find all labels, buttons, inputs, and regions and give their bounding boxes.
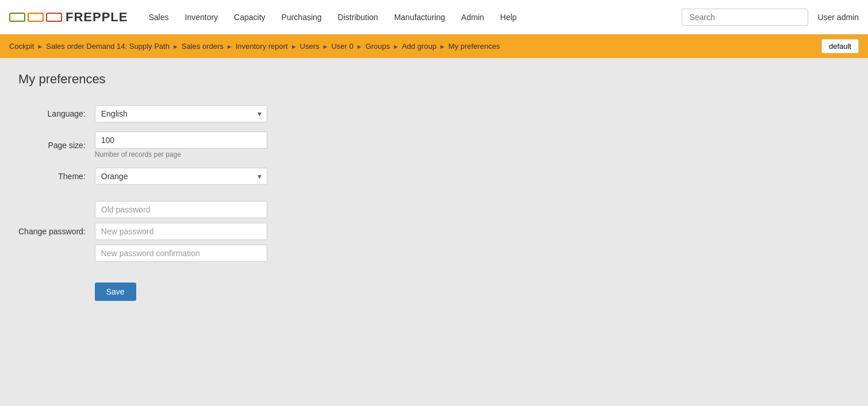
sep-8: ► — [439, 43, 445, 50]
breadcrumb: Cockpit ► Sales order Demand 14: Supply … — [9, 42, 500, 51]
nav-inventory[interactable]: Inventory — [178, 8, 225, 26]
save-control: Save — [95, 266, 267, 301]
password-group — [95, 201, 267, 262]
nav-help[interactable]: Help — [493, 8, 524, 26]
crumb-user0[interactable]: User 0 — [331, 42, 353, 51]
nav-capacity[interactable]: Capacity — [227, 8, 272, 26]
language-control: English French German Spanish — [95, 100, 267, 127]
theme-control: Orange Blue Green — [95, 163, 267, 190]
language-select-wrapper: English French German Spanish — [95, 105, 267, 122]
logo-text: FREPPLE — [66, 10, 128, 25]
crumb-cockpit[interactable]: Cockpit — [9, 42, 34, 51]
main-content: My preferences Language: English French … — [0, 58, 868, 395]
confirm-password-input[interactable] — [95, 245, 267, 262]
sep-4: ► — [291, 43, 297, 50]
search-input[interactable] — [682, 9, 808, 26]
sep-7: ► — [393, 43, 399, 50]
sep-2: ► — [172, 43, 179, 50]
password-control — [95, 196, 267, 266]
logo[interactable]: FREPPLE — [9, 10, 128, 25]
sep-3: ► — [226, 43, 233, 50]
pagesize-input[interactable] — [95, 132, 267, 149]
spacer-row — [18, 190, 267, 196]
language-row: Language: English French German Spanish — [18, 100, 267, 127]
crumb-demand[interactable]: Sales order Demand 14: Supply Path — [46, 42, 170, 51]
logo-icons — [9, 13, 62, 22]
logo-icon-orange — [28, 13, 44, 22]
password-row: Change password: — [18, 196, 267, 266]
nav-sales[interactable]: Sales — [141, 8, 175, 26]
language-label: Language: — [18, 100, 95, 127]
new-password-input[interactable] — [95, 223, 267, 240]
pagesize-row: Page size: Number of records per page — [18, 127, 267, 163]
crumb-my-preferences: My preferences — [448, 42, 500, 51]
pagesize-control: Number of records per page — [95, 127, 267, 163]
theme-label: Theme: — [18, 163, 95, 190]
save-row: Save — [18, 266, 267, 301]
breadcrumb-bar: Cockpit ► Sales order Demand 14: Supply … — [0, 34, 868, 58]
sep-5: ► — [322, 43, 329, 50]
logo-icon-green — [9, 13, 25, 22]
nav-admin[interactable]: Admin — [454, 8, 491, 26]
crumb-users[interactable]: Users — [300, 42, 320, 51]
pagesize-label: Page size: — [18, 127, 95, 163]
sep-1: ► — [37, 43, 43, 50]
nav-links: Sales Inventory Capacity Purchasing Dist… — [141, 8, 682, 26]
theme-select[interactable]: Orange Blue Green — [95, 168, 267, 185]
nav-purchasing[interactable]: Purchasing — [275, 8, 329, 26]
save-label-empty — [18, 266, 95, 301]
page-title: My preferences — [18, 72, 850, 87]
save-button[interactable]: Save — [95, 283, 136, 301]
crumb-add-group[interactable]: Add group — [402, 42, 436, 51]
theme-row: Theme: Orange Blue Green — [18, 163, 267, 190]
search-box — [682, 9, 808, 26]
navbar: FREPPLE Sales Inventory Capacity Purchas… — [0, 0, 868, 34]
nav-distribution[interactable]: Distribution — [331, 8, 385, 26]
old-password-input[interactable] — [95, 201, 267, 218]
sep-6: ► — [356, 43, 363, 50]
changepassword-label: Change password: — [18, 196, 95, 266]
language-select[interactable]: English French German Spanish — [95, 105, 267, 122]
pagesize-help: Number of records per page — [95, 150, 267, 158]
crumb-sales-orders[interactable]: Sales orders — [182, 42, 224, 51]
user-admin[interactable]: User admin — [817, 13, 859, 22]
theme-select-wrapper: Orange Blue Green — [95, 168, 267, 185]
scenario-button[interactable]: default — [821, 39, 859, 53]
crumb-inventory-report[interactable]: Inventory report — [236, 42, 288, 51]
preferences-form: Language: English French German Spanish … — [18, 100, 267, 301]
logo-icon-red — [46, 13, 62, 22]
crumb-groups[interactable]: Groups — [366, 42, 390, 51]
nav-manufacturing[interactable]: Manufacturing — [387, 8, 452, 26]
